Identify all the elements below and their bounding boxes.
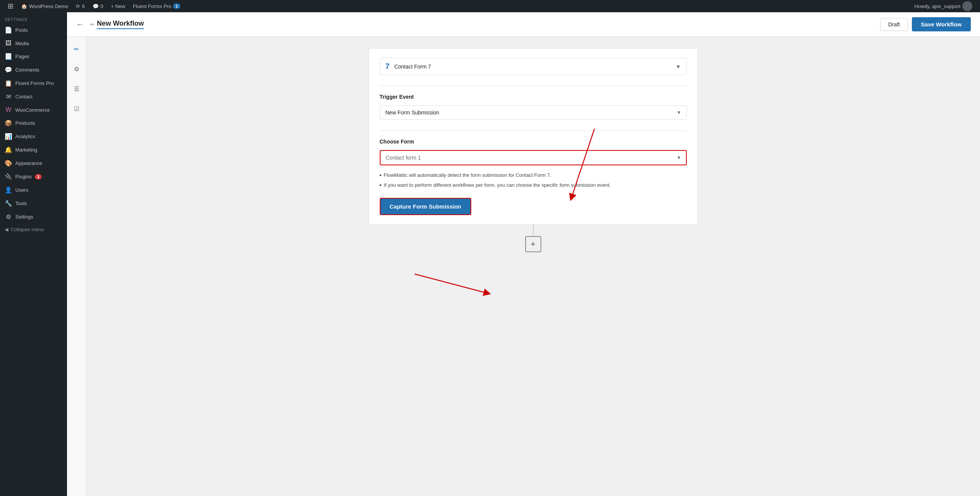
sidebar-item-label: Comments (15, 67, 39, 73)
sidebar-item-users[interactable]: 👤 Users (0, 183, 67, 197)
back-button[interactable]: ← (76, 20, 84, 29)
trigger-select-wrapper: New Form Submission Form Updated Form De… (380, 105, 687, 120)
tools-icon: 🔧 (5, 200, 12, 207)
howdy-item[interactable]: Howdy, apix_support (911, 0, 976, 12)
sidebar-item-plugins[interactable]: 🔌 Plugins 3 (0, 170, 67, 183)
add-step-icon: + (531, 239, 536, 249)
back-icon: ← (76, 20, 84, 29)
plugins-icon: 🔌 (5, 173, 12, 180)
wp-icon: ⊞ (8, 2, 13, 10)
choose-form-label: Choose Form (380, 139, 687, 145)
users-icon: 👤 (5, 186, 12, 194)
sidebar-item-appearance[interactable]: 🎨 Appearance (0, 157, 67, 170)
media-icon: 🖼 (5, 40, 12, 47)
sidebar-item-label: Fluent Forms Pro (15, 80, 54, 86)
sidebar-item-products[interactable]: 📦 Products (0, 116, 67, 130)
sidebar-item-label: Marketing (15, 147, 37, 153)
choose-form-select[interactable]: Contact form 1 Contact form 2 Contact fo… (380, 150, 687, 165)
svg-line-3 (415, 274, 487, 293)
add-step-button[interactable]: + (525, 236, 541, 252)
plugins-badge: 3 (35, 174, 42, 179)
analytics-icon: 📊 (5, 133, 12, 140)
edit-tool[interactable]: ✏ (70, 43, 83, 55)
trigger-section-label: Trigger Event (380, 94, 687, 100)
sidebar-item-label: Tools (15, 201, 27, 206)
sidebar-item-label: Plugins (15, 174, 32, 179)
avatar (962, 1, 972, 11)
info-list: FlowMattic will automatically detect the… (380, 171, 687, 189)
divider (380, 86, 687, 86)
sidebar-item-pages[interactable]: 📃 Pages (0, 50, 67, 63)
form-select-row[interactable]: 7 Contact Form 7 ▼ (380, 58, 687, 75)
sidebar-item-comments[interactable]: 💬 Comments (0, 63, 67, 77)
check-tool-icon: ☑ (74, 105, 79, 113)
settings-tool-icon: ⚙ (74, 65, 79, 73)
products-icon: 📦 (5, 119, 12, 127)
woocommerce-icon: W (5, 106, 12, 113)
trigger-event-select[interactable]: New Form Submission Form Updated Form De… (380, 105, 687, 120)
divider2 (380, 131, 687, 131)
info-item-2: If you want to perform different workflo… (380, 181, 687, 189)
collapse-menu[interactable]: ◀ Collapse menu (0, 224, 67, 235)
sidebar-item-contact[interactable]: ✉ Contact (0, 90, 67, 103)
sidebar-item-analytics[interactable]: 📊 Analytics (0, 130, 67, 143)
comments-item[interactable]: 💬 0 (89, 0, 107, 12)
sidebar-item-label: Contact (15, 94, 33, 100)
choose-form-select-wrapper: Contact form 1 Contact form 2 Contact fo… (380, 150, 687, 165)
sidebar-item-label: Products (15, 120, 35, 126)
header-actions: Draft Save Workflow (880, 17, 971, 31)
sidebar: Settings 📄 Posts 🖼 Media 📃 Pages 💬 Comme… (0, 12, 67, 496)
canvas-content: 7 Contact Form 7 ▼ Trigger Event New For… (369, 48, 698, 252)
sidebar-item-media[interactable]: 🖼 Media (0, 37, 67, 50)
settings-icon: ⚙ (5, 213, 12, 220)
admin-bar: ⊞ 🏠 WordPress Demo ⟳ 6 💬 0 + New Fluent … (0, 0, 980, 12)
sidebar-section-label: Settings (0, 14, 67, 23)
save-workflow-button[interactable]: Save Workflow (912, 17, 971, 31)
pages-icon: 📃 (5, 53, 12, 60)
home-icon: 🏠 (21, 3, 27, 9)
edit-title-icon: ✏ (90, 21, 95, 28)
wp-logo[interactable]: ⊞ (4, 0, 17, 12)
capture-form-submission-button[interactable]: Capture Form Submission (380, 198, 472, 215)
workflow-body: ✏ ⚙ ☰ ☑ (67, 37, 980, 496)
sidebar-item-label: Appearance (15, 160, 42, 166)
sidebar-item-label: Users (15, 187, 28, 193)
tool-panel: ✏ ⚙ ☰ ☑ (67, 37, 86, 496)
choose-form-section: Choose Form Contact form 1 Contact form … (380, 139, 687, 215)
sidebar-item-label: Analytics (15, 134, 35, 139)
sidebar-item-posts[interactable]: 📄 Posts (0, 23, 67, 37)
edit-tool-icon: ✏ (74, 46, 79, 53)
sidebar-item-tools[interactable]: 🔧 Tools (0, 197, 67, 210)
contact-icon: ✉ (5, 93, 12, 100)
sidebar-item-label: Pages (15, 54, 29, 59)
plugin-badge: 1 (173, 3, 180, 9)
sync-icon: ⟳ (76, 3, 80, 9)
sidebar-item-fluent-forms[interactable]: 📋 Fluent Forms Pro (0, 77, 67, 90)
layout: Settings 📄 Posts 🖼 Media 📃 Pages 💬 Comme… (0, 12, 980, 496)
new-item[interactable]: + New (107, 0, 129, 12)
sidebar-item-woocommerce[interactable]: W WooCommerce (0, 103, 67, 116)
draft-button[interactable]: Draft (880, 18, 908, 31)
list-tool-icon: ☰ (74, 85, 79, 93)
posts-icon: 📄 (5, 26, 12, 34)
form-dropdown-arrow[interactable]: ▼ (676, 64, 681, 70)
marketing-icon: 🔔 (5, 146, 12, 153)
sidebar-item-label: Settings (15, 214, 33, 220)
plugin-name[interactable]: Fluent Forms Pro 1 (129, 0, 184, 12)
workflow-card: 7 Contact Form 7 ▼ Trigger Event New For… (369, 48, 698, 225)
workflow-title: New Workflow (97, 20, 144, 29)
sidebar-item-settings[interactable]: ⚙ Settings (0, 210, 67, 224)
sidebar-item-label: Posts (15, 27, 28, 33)
settings-tool[interactable]: ⚙ (70, 63, 83, 75)
check-tool[interactable]: ☑ (70, 103, 83, 115)
list-tool[interactable]: ☰ (70, 83, 83, 95)
info-item-1: FlowMattic will automatically detect the… (380, 171, 687, 179)
sidebar-item-marketing[interactable]: 🔔 Marketing (0, 143, 67, 157)
sidebar-item-label: Media (15, 41, 29, 46)
sidebar-item-label: WooCommerce (15, 107, 50, 113)
form-number-icon: 7 (385, 62, 390, 71)
canvas: 7 Contact Form 7 ▼ Trigger Event New For… (86, 37, 980, 496)
site-name[interactable]: 🏠 WordPress Demo (17, 0, 72, 12)
sync-item[interactable]: ⟳ 6 (72, 0, 88, 12)
workflow-title-area: ✏ New Workflow (90, 20, 874, 29)
